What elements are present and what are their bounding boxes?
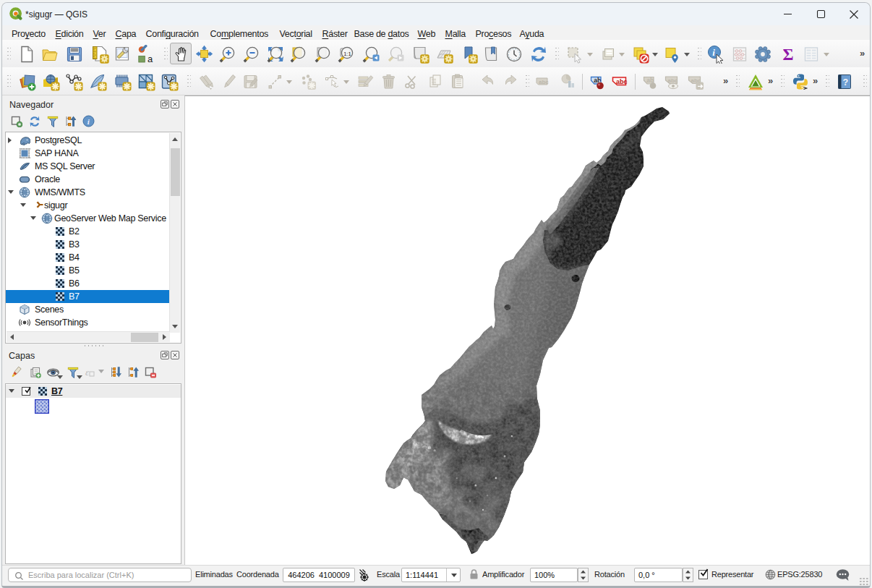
svg-text:abc: abc: [668, 77, 678, 84]
svg-text:1:1: 1:1: [343, 51, 351, 57]
svg-text:abc: abc: [616, 78, 628, 85]
svg-text:?: ?: [842, 77, 848, 88]
svg-text:Σ: Σ: [782, 46, 793, 64]
svg-text:a: a: [148, 54, 153, 64]
svg-text:i: i: [712, 47, 715, 58]
svg-text:abc: abc: [539, 79, 549, 85]
svg-text:ε: ε: [85, 367, 90, 378]
